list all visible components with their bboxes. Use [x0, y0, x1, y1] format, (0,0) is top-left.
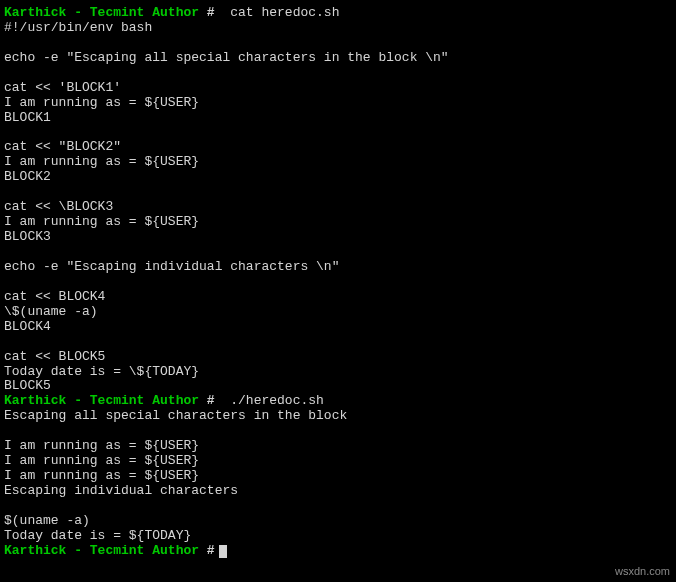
output-line: [4, 424, 672, 439]
file-line: echo -e "Escaping all special characters…: [4, 51, 672, 66]
file-line: I am running as = ${USER}: [4, 96, 672, 111]
file-line: cat << 'BLOCK1': [4, 81, 672, 96]
file-line: #!/usr/bin/env bash: [4, 21, 672, 36]
file-line: \$(uname -a): [4, 305, 672, 320]
prompt-hash: #: [207, 393, 215, 408]
prompt-user: Karthick - Tecmint Author: [4, 543, 207, 558]
file-line: [4, 185, 672, 200]
output-line: Escaping all special characters in the b…: [4, 409, 672, 424]
output-line: I am running as = ${USER}: [4, 454, 672, 469]
file-line: BLOCK5: [4, 379, 672, 394]
prompt-line-3[interactable]: Karthick - Tecmint Author #: [4, 544, 672, 559]
file-line: I am running as = ${USER}: [4, 215, 672, 230]
output-line: $(uname -a): [4, 514, 672, 529]
file-line: [4, 335, 672, 350]
file-line: BLOCK1: [4, 111, 672, 126]
file-line: [4, 275, 672, 290]
file-line: BLOCK2: [4, 170, 672, 185]
output-line: Escaping individual characters: [4, 484, 672, 499]
file-line: [4, 66, 672, 81]
output-line: I am running as = ${USER}: [4, 469, 672, 484]
file-line: Today date is = \${TODAY}: [4, 365, 672, 380]
prompt-line-1: Karthick - Tecmint Author # cat heredoc.…: [4, 6, 672, 21]
file-line: cat << "BLOCK2": [4, 140, 672, 155]
command-2: ./heredoc.sh: [215, 393, 324, 408]
prompt-user: Karthick - Tecmint Author: [4, 393, 207, 408]
file-line: cat << \BLOCK3: [4, 200, 672, 215]
output-line: I am running as = ${USER}: [4, 439, 672, 454]
file-line: [4, 36, 672, 51]
output-line: [4, 499, 672, 514]
file-line: [4, 126, 672, 141]
prompt-hash: #: [207, 543, 215, 558]
cursor-icon: [219, 545, 227, 558]
watermark: wsxdn.com: [615, 565, 670, 578]
file-line: cat << BLOCK5: [4, 350, 672, 365]
file-line: echo -e "Escaping individual characters …: [4, 260, 672, 275]
file-line: BLOCK4: [4, 320, 672, 335]
prompt-line-2: Karthick - Tecmint Author # ./heredoc.sh: [4, 394, 672, 409]
file-line: BLOCK3: [4, 230, 672, 245]
prompt-hash: #: [207, 5, 215, 20]
output-line: Today date is = ${TODAY}: [4, 529, 672, 544]
command-1: cat heredoc.sh: [215, 5, 340, 20]
prompt-user: Karthick - Tecmint Author: [4, 5, 207, 20]
file-line: cat << BLOCK4: [4, 290, 672, 305]
file-line: I am running as = ${USER}: [4, 155, 672, 170]
file-line: [4, 245, 672, 260]
